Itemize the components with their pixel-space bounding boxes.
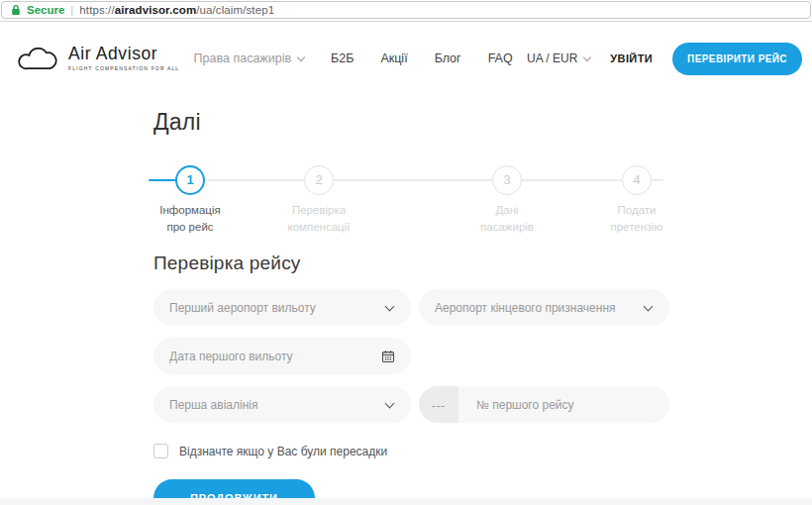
select-placeholder: Перший аеропорт вильоту: [169, 301, 316, 315]
chevron-down-icon: [583, 53, 591, 61]
step-number: 3: [492, 165, 522, 195]
grid-spacer: [419, 338, 669, 374]
logo-title: Air Advisor: [68, 46, 179, 63]
chevron-down-icon: [644, 301, 654, 311]
flight-number-prefix: ---: [419, 386, 458, 423]
claim-step1-page: Далі 1 Інформація про рейс 2 Перевірка к…: [153, 109, 669, 505]
nav-item-blog[interactable]: Блог: [435, 51, 461, 65]
chevron-down-icon: [385, 398, 395, 408]
secure-label: Secure: [27, 4, 64, 16]
step-2-compensation-check: 2 Перевірка компенсації: [282, 165, 355, 235]
arrival-airport-select[interactable]: Аеропорт кінцевого призначення: [419, 289, 669, 326]
url-separator: |: [70, 4, 73, 16]
nav-item-faq[interactable]: FAQ: [488, 51, 513, 65]
layover-checkbox[interactable]: [153, 444, 168, 458]
step-label: Подати претензію: [600, 202, 673, 235]
address-bar[interactable]: Secure | https://airadvisor.com/ua/claim…: [1, 1, 811, 19]
lock-icon: [11, 4, 21, 16]
flight-number-group: ---: [419, 386, 669, 423]
url-text: https://airadvisor.com/ua/claim/step1: [79, 4, 274, 16]
nav-item-promotions[interactable]: Акції: [380, 51, 407, 65]
logo-tagline: FLIGHT COMPENSATION FOR ALL: [68, 65, 179, 71]
progress-stepper: 1 Інформація про рейс 2 Перевірка компен…: [153, 165, 669, 237]
select-placeholder: Аеропорт кінцевого призначення: [435, 301, 616, 315]
step-label: Перевірка компенсації: [282, 202, 355, 235]
step-3-passenger-data: 3 Дані пасажирів: [470, 165, 544, 235]
calendar-icon[interactable]: [381, 350, 395, 363]
departure-date-field[interactable]: [153, 338, 411, 374]
section-title: Перевірка рейсу: [153, 252, 669, 274]
airline-select[interactable]: Перша авіалінія: [153, 386, 411, 423]
departure-date-input[interactable]: [169, 350, 381, 363]
chevron-down-icon: [385, 301, 395, 311]
logo[interactable]: Air Advisor FLIGHT COMPENSATION FOR ALL: [18, 46, 179, 72]
chevron-down-icon: [297, 53, 305, 61]
url-path: /ua/claim/step1: [196, 4, 274, 16]
step-number: 2: [304, 165, 334, 195]
step-1-flight-info: 1 Інформація про рейс: [153, 165, 227, 235]
departure-airport-select[interactable]: Перший аеропорт вильоту: [153, 289, 411, 326]
nav-item-b2b[interactable]: Б2Б: [331, 51, 354, 65]
header-right: UA / EUR УВІЙТИ ПЕРЕВІРИТИ РЕЙС: [527, 43, 802, 75]
flight-number-input[interactable]: [458, 386, 669, 423]
locale-label: UA / EUR: [527, 51, 577, 65]
step-label: Інформація про рейс: [153, 202, 227, 235]
step-number: 1: [175, 165, 205, 195]
url-domain: airadvisor.com: [115, 4, 197, 16]
flight-check-form: Перший аеропорт вильоту Аеропорт кінцево…: [153, 289, 669, 423]
login-link[interactable]: УВІЙТИ: [610, 52, 653, 64]
page-title: Далі: [153, 109, 669, 136]
layover-checkbox-row[interactable]: Відзначте якщо у Вас були пересадки: [153, 444, 387, 458]
url-scheme: https://: [79, 4, 114, 16]
nav-item-passenger-rights[interactable]: Права пасажирів: [194, 51, 304, 65]
main-nav: Права пасажирів Б2Б Акції Блог FAQ: [194, 51, 513, 65]
nav-item-label: Права пасажирів: [194, 51, 291, 65]
page-bottom-strip: [0, 498, 812, 505]
layover-checkbox-label: Відзначте якщо у Вас були пересадки: [179, 445, 387, 458]
check-flight-button[interactable]: ПЕРЕВІРИТИ РЕЙС: [672, 43, 802, 75]
browser-chrome: Secure | https://airadvisor.com/ua/claim…: [0, 0, 812, 22]
cloud-icon: [18, 46, 59, 72]
select-placeholder: Перша авіалінія: [169, 398, 257, 412]
site-header: Air Advisor FLIGHT COMPENSATION FOR ALL …: [0, 22, 812, 95]
step-4-submit-claim: 4 Подати претензію: [600, 165, 673, 235]
step-label: Дані пасажирів: [470, 202, 544, 235]
step-number: 4: [622, 165, 652, 195]
locale-currency-selector[interactable]: UA / EUR: [527, 51, 590, 65]
